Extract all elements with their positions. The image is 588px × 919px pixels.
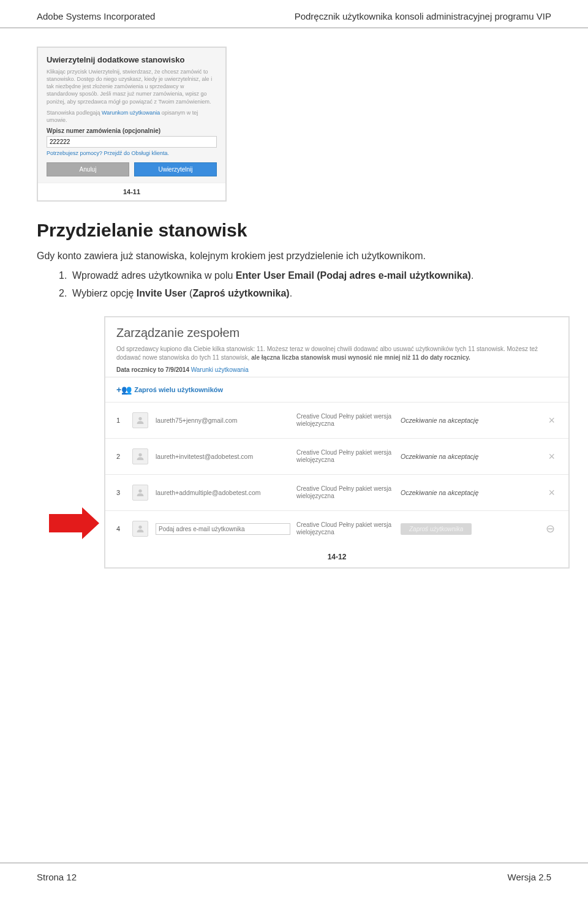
table-row: 2 laureth+invitetest@adobetest.com Creat… [105,438,568,474]
row-number: 4 [116,525,132,532]
product-name: Creative Cloud Pełny pakiet wersja wielo… [296,485,401,500]
svg-point-3 [138,526,141,529]
header-right: Podręcznik użytkownika konsoli administr… [295,11,551,21]
user-email: laureth75+jenny@gmail.com [156,417,296,424]
table-row: 1 laureth75+jenny@gmail.com Creative Clo… [105,402,568,438]
product-name: Creative Cloud Pełny pakiet wersja wielo… [296,521,401,536]
help-link[interactable]: Potrzebujesz pomocy? Przejdź do Obsługi … [47,150,217,156]
avatar [132,448,148,464]
product-name: Creative Cloud Pełny pakiet wersja wielo… [296,413,401,428]
add-users-icon: +👥 [116,385,132,395]
status-badge: Oczekiwanie na akceptację [401,489,499,496]
dialog-title: Uwierzytelnij dodatkowe stanowisko [47,55,217,64]
remove-icon[interactable]: × [548,450,557,463]
team-description: Od sprzedawcy kupiono dla Ciebie kilka s… [116,345,557,361]
team-management-figure: Zarządzanie zespołem Od sprzedawcy kupio… [104,316,570,569]
row-number: 2 [116,453,132,460]
page-number: Strona 12 [37,872,77,882]
avatar [132,521,148,537]
product-name: Creative Cloud Pełny pakiet wersja wielo… [296,449,401,464]
team-title: Zarządzanie zespołem [116,326,557,340]
order-number-input[interactable] [47,136,217,148]
minus-icon[interactable]: ⊖ [546,522,557,535]
red-arrow-annotation [49,507,99,539]
table-row: 3 laureth+addmultiple@adobetest.com Crea… [105,474,568,510]
section-heading: Przydzielanie stanowisk [37,220,551,241]
user-email: laureth+addmultiple@adobetest.com [156,489,296,496]
header-left: Adobe Systems Incorporated [37,11,155,21]
svg-point-0 [138,417,141,420]
doc-header: Adobe Systems Incorporated Podręcznik uż… [0,0,588,28]
status-badge: Oczekiwanie na akceptację [401,453,499,460]
authenticate-button[interactable]: Uwierzytelnij [134,162,217,176]
svg-point-2 [138,490,141,493]
intro-paragraph: Gdy konto zawiera już stanowiska, kolejn… [37,249,551,263]
version-label: Wersja 2.5 [508,872,551,882]
figure-caption-14-11: 14-11 [38,183,225,200]
avatar [132,412,148,428]
terms-link[interactable]: Warunkom użytkowania [102,110,160,116]
doc-footer: Strona 12 Wersja 2.5 [0,863,588,919]
avatar [132,485,148,501]
invite-multiple-link[interactable]: +👥 Zaproś wielu użytkowników [105,377,568,402]
svg-point-1 [138,453,141,456]
user-email: laureth+invitetest@adobetest.com [156,453,296,460]
dialog-paragraph-2: Stanowiska podlegają Warunkom użytkowani… [47,109,217,124]
status-badge: Oczekiwanie na akceptację [401,417,499,424]
step-1: 1.Wprowadź adres użytkownika w polu Ente… [59,269,551,282]
remove-icon[interactable]: × [548,414,557,427]
order-number-label: Wpisz numer zamówienia (opcjonalnie) [47,127,217,134]
invite-user-button[interactable]: Zaproś użytkownika [401,523,472,535]
cancel-button[interactable]: Anuluj [47,162,129,176]
dialog-paragraph-1: Klikając przycisk Uwierzytelnij, stwierd… [47,68,217,105]
table-row-empty: 4 Creative Cloud Pełny pakiet wersja wie… [105,510,568,546]
figure-caption-14-12: 14-12 [105,546,568,567]
terms-of-use-link[interactable]: Warunki użytkowania [191,366,249,373]
remove-icon[interactable]: × [548,486,557,499]
anniversary-date: Data rocznicy to 7/9/2014 Warunki użytko… [116,366,557,373]
row-number: 1 [116,417,132,424]
step-2: 2.Wybierz opcję Invite User (Zaproś użyt… [59,287,551,300]
auth-dialog-figure: Uwierzytelnij dodatkowe stanowisko Klika… [37,47,227,202]
email-field[interactable] [156,523,290,535]
row-number: 3 [116,489,132,496]
